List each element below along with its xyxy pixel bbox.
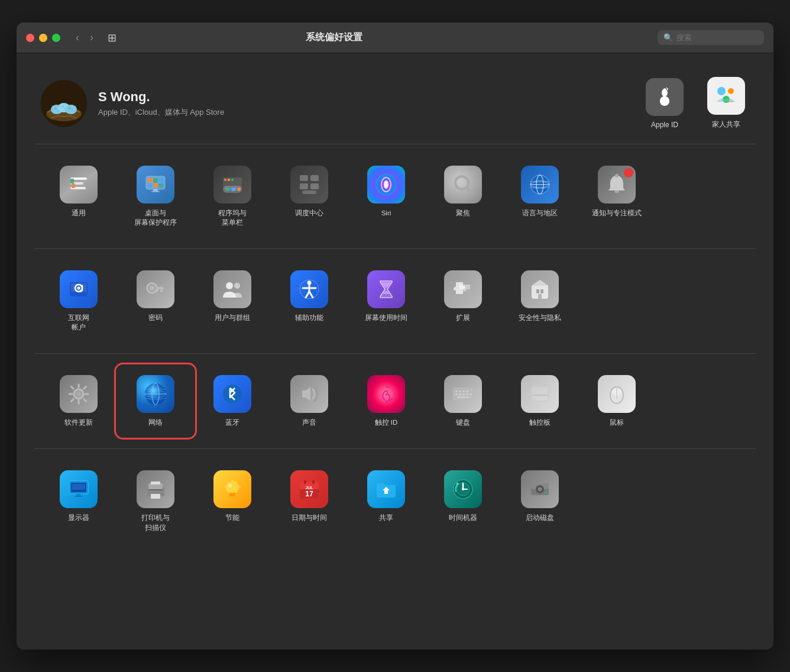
printer-label: 打印机与扫描仪: [141, 513, 170, 532]
pref-display[interactable]: 显示器: [40, 461, 117, 541]
timemachine-label: 时间机器: [449, 513, 477, 522]
svg-rect-36: [237, 188, 241, 191]
pref-sound[interactable]: 声音: [271, 366, 348, 437]
internet-label: 互联网帐户: [68, 313, 89, 332]
svg-rect-114: [151, 482, 160, 484]
svg-rect-95: [455, 393, 458, 395]
svg-point-120: [228, 484, 232, 487]
traffic-lights: [26, 34, 60, 42]
back-button[interactable]: ‹: [72, 30, 83, 45]
titlebar: ‹ › ⊞ 系统偏好设置 🔍: [17, 22, 773, 53]
apple-id-button[interactable]: Apple ID: [641, 78, 688, 129]
sharing-label: 共享: [379, 513, 393, 522]
software-label: 软件更新: [64, 418, 93, 427]
pref-trackpad[interactable]: 触控板: [501, 366, 578, 437]
svg-line-80: [72, 387, 74, 389]
svg-rect-119: [229, 495, 235, 496]
keyboard-icon: [444, 375, 482, 413]
pref-timemachine[interactable]: 时间机器: [425, 461, 501, 541]
trackpad-label: 触控板: [529, 418, 551, 427]
svg-point-5: [55, 107, 57, 109]
svg-point-139: [539, 489, 541, 490]
datetime-label: 日期与时间: [292, 513, 327, 522]
search-input[interactable]: [676, 33, 759, 42]
mission-label: 调度中心: [295, 208, 323, 218]
svg-rect-98: [466, 393, 468, 395]
trackpad-icon: [521, 375, 559, 413]
icon-grid-4: 显示器: [40, 461, 750, 541]
svg-rect-28: [151, 191, 160, 192]
sound-icon: [290, 375, 328, 413]
pref-keyboard[interactable]: 键盘: [425, 366, 501, 437]
svg-rect-91: [455, 390, 458, 392]
spotlight-icon: [444, 166, 482, 203]
svg-point-11: [717, 87, 726, 95]
pref-extensions[interactable]: 扩展: [425, 261, 501, 341]
pref-printer[interactable]: 打印机与扫描仪: [117, 461, 194, 541]
pref-mouse[interactable]: 鼠标: [578, 366, 655, 437]
svg-rect-17: [70, 179, 74, 183]
svg-line-83: [72, 399, 74, 402]
svg-rect-73: [538, 294, 542, 299]
pref-spotlight[interactable]: 聚焦: [425, 156, 501, 237]
display-label: 显示器: [68, 513, 89, 522]
pref-desktop[interactable]: 桌面与屏幕保护程序: [117, 156, 194, 237]
touchid-icon: [367, 375, 405, 413]
svg-rect-100: [457, 396, 469, 398]
users-label: 用户与群组: [215, 313, 250, 322]
pref-bluetooth[interactable]: 蓝牙: [194, 366, 271, 437]
search-box[interactable]: 🔍: [658, 30, 764, 45]
startup-label: 启动磁盘: [526, 513, 554, 522]
pref-datetime[interactable]: JUL 17 日期与时间: [271, 461, 348, 541]
pref-general[interactable]: 通用: [40, 156, 117, 237]
svg-point-46: [458, 179, 466, 187]
pref-screentime[interactable]: 屏幕使用时间: [348, 261, 425, 341]
pref-siri[interactable]: Siri: [348, 156, 425, 237]
pref-accessibility[interactable]: 辅助功能: [271, 261, 348, 341]
internet-icon: [60, 270, 98, 308]
profile-actions: Apple ID 家人共享: [641, 77, 750, 130]
minimize-button[interactable]: [39, 34, 47, 42]
svg-point-10: [72, 110, 73, 111]
siri-label: Siri: [381, 208, 391, 218]
pref-language[interactable]: 语言与地区: [501, 156, 578, 237]
pref-notification[interactable]: 通知与专注模式: [578, 156, 655, 237]
svg-point-6: [57, 110, 59, 111]
energy-label: 节能: [225, 513, 239, 522]
pref-startup[interactable]: 启动磁盘: [501, 461, 578, 541]
svg-line-47: [467, 188, 472, 193]
family-sharing-button[interactable]: 家人共享: [702, 77, 750, 130]
pref-security[interactable]: 安全性与隐私: [501, 261, 578, 341]
grid-icon[interactable]: ⊞: [108, 31, 116, 44]
section-personal: 通用: [34, 144, 756, 249]
svg-point-53: [615, 174, 619, 177]
maximize-button[interactable]: [52, 34, 60, 42]
pref-energy[interactable]: 节能: [194, 461, 271, 541]
svg-rect-94: [466, 390, 468, 392]
pref-internet[interactable]: 互联网帐户: [40, 261, 117, 341]
pref-sharing[interactable]: 共享: [348, 461, 425, 541]
window-title: 系统偏好设置: [124, 31, 544, 44]
svg-rect-92: [459, 390, 461, 392]
close-button[interactable]: [26, 34, 34, 42]
profile-section: S Wong. Apple ID、iCloud、媒体与 App Store Ap…: [34, 65, 756, 144]
pref-network[interactable]: 网络: [117, 366, 194, 437]
svg-point-4: [65, 105, 77, 114]
software-icon: [60, 375, 98, 413]
svg-rect-25: [153, 183, 158, 188]
pref-software[interactable]: 软件更新: [40, 366, 117, 437]
family-sharing-label: 家人共享: [712, 119, 740, 130]
forward-button[interactable]: ›: [86, 30, 97, 45]
svg-rect-127: [312, 480, 315, 484]
svg-rect-35: [231, 188, 236, 191]
pref-users[interactable]: 用户与群组: [194, 261, 271, 341]
pref-touchid[interactable]: 触控 ID: [348, 366, 425, 437]
svg-point-9: [69, 107, 71, 109]
svg-rect-110: [76, 494, 81, 496]
section-hardware: 软件更新: [34, 354, 756, 449]
pref-password[interactable]: 密码: [117, 261, 194, 341]
pref-mission[interactable]: 调度中心: [271, 156, 348, 237]
pref-dock[interactable]: 程序坞与菜单栏: [194, 156, 271, 237]
general-label: 通用: [72, 208, 86, 218]
dock-label: 程序坞与菜单栏: [218, 208, 247, 227]
